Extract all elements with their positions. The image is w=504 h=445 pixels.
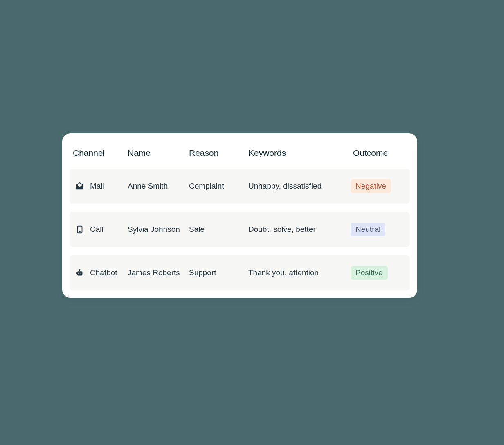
reason-cell: Complaint bbox=[189, 182, 248, 191]
phone-icon bbox=[75, 225, 84, 234]
svg-point-5 bbox=[78, 273, 79, 274]
channel-cell: Call bbox=[73, 225, 128, 234]
table-row[interactable]: Call Sylvia Johnson Sale Doubt, solve, b… bbox=[70, 212, 410, 247]
keywords-cell: Doubt, solve, better bbox=[248, 225, 351, 234]
table-row[interactable]: Mail Anne Smith Complaint Unhappy, dissa… bbox=[70, 169, 410, 204]
mail-icon bbox=[75, 182, 84, 191]
name-cell: Anne Smith bbox=[128, 182, 189, 191]
name-cell: James Roberts bbox=[128, 268, 189, 277]
svg-point-6 bbox=[81, 273, 81, 274]
header-reason: Reason bbox=[189, 148, 248, 158]
data-table-card: Channel Name Reason Keywords Outcome Mai… bbox=[62, 133, 417, 298]
channel-cell: Chatbot bbox=[73, 268, 128, 277]
outcome-badge-positive: Positive bbox=[351, 266, 388, 280]
outcome-cell: Neutral bbox=[351, 222, 400, 236]
outcome-cell: Positive bbox=[351, 266, 400, 280]
svg-rect-7 bbox=[76, 272, 77, 274]
reason-cell: Sale bbox=[189, 225, 248, 234]
outcome-cell: Negative bbox=[351, 179, 400, 193]
reason-cell: Support bbox=[189, 268, 248, 277]
outcome-badge-negative: Negative bbox=[351, 179, 391, 193]
keywords-cell: Thank you, attention bbox=[248, 268, 351, 277]
channel-label: Call bbox=[90, 225, 104, 234]
channel-label: Chatbot bbox=[90, 268, 117, 277]
header-name: Name bbox=[128, 148, 189, 158]
svg-rect-2 bbox=[77, 271, 83, 275]
table-header-row: Channel Name Reason Keywords Outcome bbox=[70, 141, 410, 169]
keywords-cell: Unhappy, dissatisfied bbox=[248, 182, 351, 191]
bot-icon bbox=[75, 268, 84, 277]
table-row[interactable]: Chatbot James Roberts Support Thank you,… bbox=[70, 255, 410, 290]
svg-point-4 bbox=[79, 269, 81, 270]
outcome-badge-neutral: Neutral bbox=[351, 222, 385, 236]
header-keywords: Keywords bbox=[248, 148, 351, 158]
svg-rect-8 bbox=[83, 272, 83, 274]
header-outcome: Outcome bbox=[351, 148, 400, 158]
name-cell: Sylvia Johnson bbox=[128, 225, 189, 234]
channel-cell: Mail bbox=[73, 182, 128, 191]
header-channel: Channel bbox=[73, 148, 128, 158]
channel-label: Mail bbox=[90, 182, 104, 191]
